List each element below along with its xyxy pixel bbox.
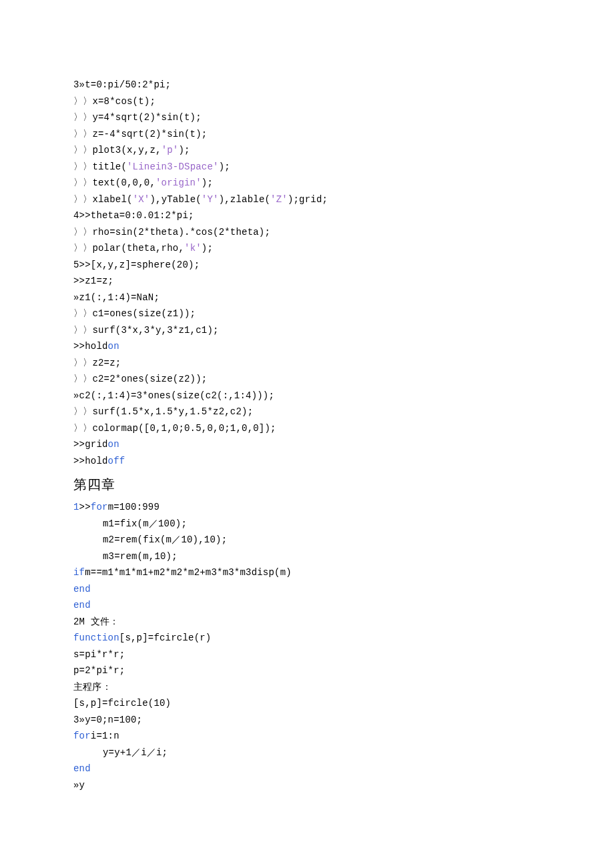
code-line: end: [73, 761, 541, 777]
code-line: 3»t=0:pi/50:2*pi;: [73, 77, 541, 93]
code-line: end: [73, 581, 541, 598]
code-line: »z1(:,1:4)=NaN;: [73, 290, 541, 306]
code-line: >>holdoff: [73, 453, 541, 470]
code-line: function[s,p]=fcircle(r): [73, 630, 541, 646]
code-line: fori=1:n: [73, 728, 541, 745]
code-line: 5>>[x,y,z]=sphere(20);: [73, 257, 541, 274]
code-line: 〉〉title('Linein3-DSpace');: [73, 159, 541, 175]
code-line: 3»y=0;n=100;: [73, 712, 541, 729]
code-line: 2M 文件：: [73, 614, 541, 630]
code-line: p=2*pi*r;: [73, 663, 541, 679]
code-line: s=pi*r*r;: [73, 646, 541, 663]
code-line: 〉〉y=4*sqrt(2)*sin(t);: [73, 109, 541, 126]
code-line: [s,p]=fcircle(10): [73, 695, 541, 712]
code-line: 〉〉surf(1.5*x,1.5*y,1.5*z2,c2);: [73, 404, 541, 420]
code-line: 〉〉colormap([0,1,0;0.5,0,0;1,0,0]);: [73, 420, 541, 437]
code-line: 〉〉x=8*cos(t);: [73, 93, 541, 110]
code-line: >>gridon: [73, 436, 541, 453]
code-listing: 3»t=0:pi/50:2*pi;〉〉x=8*cos(t);〉〉y=4*sqrt…: [73, 77, 541, 793]
code-line: 〉〉plot3(x,y,z,'p');: [73, 142, 541, 159]
code-line: 〉〉polar(theta,rho,'k');: [73, 240, 541, 257]
document-page: 3»t=0:pi/50:2*pi;〉〉x=8*cos(t);〉〉y=4*sqrt…: [0, 0, 614, 833]
code-line: >>z1=z;: [73, 273, 541, 290]
code-line: y=y+1／i／i;: [73, 745, 541, 761]
code-line: »c2(:,1:4)=3*ones(size(c2(:,1:4)));: [73, 388, 541, 404]
code-line: m2=rem(fix(m／10),10);: [73, 532, 541, 548]
code-line: 〉〉text(0,0,0,'origin');: [73, 175, 541, 191]
code-line: 〉〉rho=sin(2*theta).*cos(2*theta);: [73, 224, 541, 241]
code-line: end: [73, 597, 541, 614]
code-line: 1>>form=100:999: [73, 499, 541, 516]
code-line: 4>>theta=0:0.01:2*pi;: [73, 207, 541, 224]
section-heading: 第四章: [73, 473, 541, 496]
code-line: m3=rem(m,10);: [73, 548, 541, 565]
code-line: ifm==m1*m1*m1+m2*m2*m2+m3*m3*m3disp(m): [73, 564, 541, 581]
code-line: >>holdon: [73, 338, 541, 355]
code-line: m1=fix(m／100);: [73, 516, 541, 532]
code-line: 〉〉xlabel('X'),yTable('Y'),zlable('Z');gr…: [73, 191, 541, 208]
code-line: 〉〉c1=ones(size(z1));: [73, 306, 541, 322]
code-line: 〉〉z=-4*sqrt(2)*sin(t);: [73, 126, 541, 143]
code-line: 〉〉z2=z;: [73, 355, 541, 372]
code-line: 〉〉surf(3*x,3*y,3*z1,c1);: [73, 322, 541, 339]
code-line: 主程序：: [73, 679, 541, 696]
code-line: 〉〉c2=2*ones(size(z2));: [73, 371, 541, 388]
code-line: »y: [73, 777, 541, 794]
